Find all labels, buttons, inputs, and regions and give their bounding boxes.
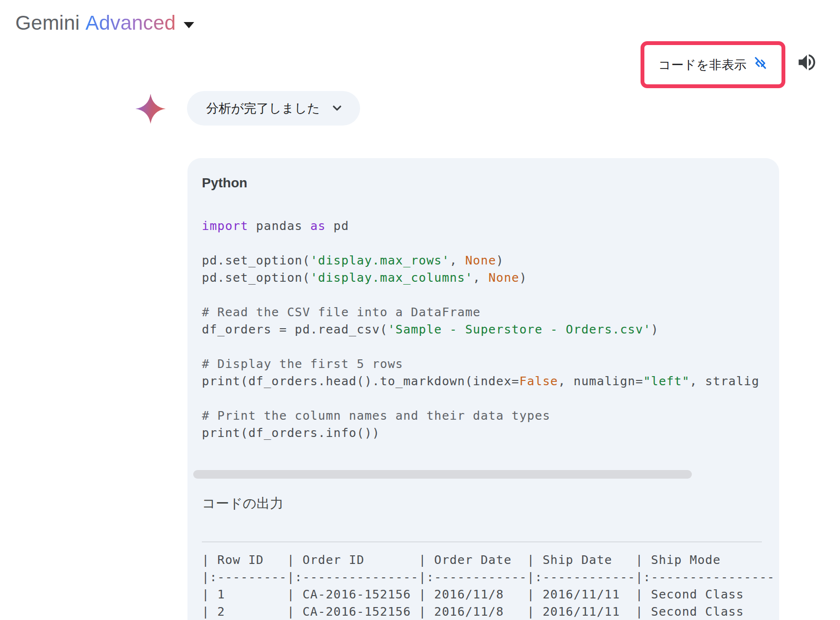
output-line: | 2 | CA-2016-152156 | 2016/11/8 | 2016/… — [202, 603, 779, 620]
code-line: # Read the CSV file into a DataFrame — [202, 304, 779, 321]
gemini-sparkle-icon — [135, 93, 166, 125]
code-line: import pandas as pd — [202, 218, 779, 235]
hide-code-button[interactable]: コードを非表示 — [658, 56, 768, 74]
code-language-label: Python — [202, 175, 247, 191]
model-selector[interactable]: Gemini Advanced — [15, 11, 194, 34]
code-line — [202, 390, 779, 407]
code-panel: Python import pandas as pd pd.set_option… — [187, 158, 779, 620]
code-editor: import pandas as pd pd.set_option('displ… — [202, 218, 779, 442]
code-line — [202, 235, 779, 252]
code-output-title: コードの出力 — [202, 494, 283, 513]
code-line: # Display the first 5 rows — [202, 356, 779, 373]
brand-gemini-label: Gemini — [15, 11, 80, 34]
code-line — [202, 287, 779, 304]
annotation-highlight: コードを非表示 — [641, 41, 785, 88]
code-output-text: | Row ID | Order ID | Order Date | Ship … — [202, 551, 779, 620]
output-divider — [202, 541, 762, 542]
output-line: | Row ID | Order ID | Order Date | Ship … — [202, 551, 779, 569]
output-line: |:---------|:---------------|:----------… — [202, 569, 779, 586]
code-line: # Print the column names and their data … — [202, 407, 779, 425]
brand-advanced-label: Advanced — [85, 11, 175, 34]
dropdown-arrow-icon — [184, 22, 194, 28]
code-line: print(df_orders.head().to_markdown(index… — [202, 373, 779, 390]
analysis-status-label: 分析が完了しました — [206, 100, 320, 117]
code-off-icon — [752, 56, 768, 74]
code-line: df_orders = pd.read_csv('Sample - Supers… — [202, 321, 779, 338]
code-line — [202, 338, 779, 356]
code-line: pd.set_option('display.max_columns', Non… — [202, 269, 779, 287]
speaker-icon — [796, 68, 818, 75]
hide-code-label: コードを非表示 — [658, 57, 747, 73]
code-line: pd.set_option('display.max_rows', None) — [202, 252, 779, 269]
analysis-status-toggle[interactable]: 分析が完了しました — [187, 91, 360, 126]
chevron-down-icon — [330, 101, 344, 116]
read-aloud-button[interactable] — [795, 51, 819, 75]
horizontal-scrollbar[interactable] — [193, 470, 692, 479]
code-line: print(df_orders.info()) — [202, 425, 779, 442]
output-line: | 1 | CA-2016-152156 | 2016/11/8 | 2016/… — [202, 586, 779, 603]
